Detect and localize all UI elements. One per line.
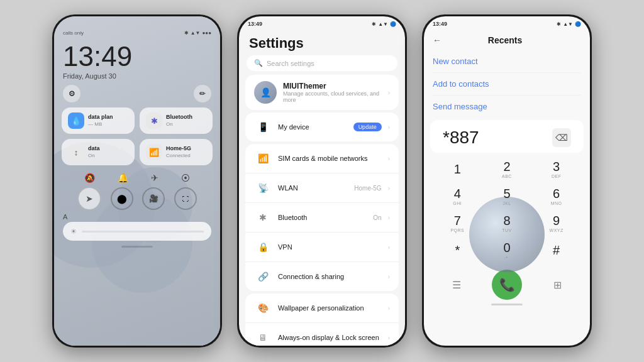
settings-title: Settings <box>239 29 405 55</box>
wallpaper-icon: 🎨 <box>254 299 272 317</box>
tile-wifi[interactable]: 📶 Home-5G Connected <box>140 139 213 165</box>
profile-item[interactable]: 👤 MIUIThemer Manage accounts, cloud serv… <box>245 75 399 110</box>
key-4[interactable]: 4 GHI <box>433 182 482 209</box>
network-card: 📶 SIM cards & mobile networks › 📡 WLAN H… <box>245 144 399 291</box>
edit-icon[interactable]: ✏ <box>194 85 211 102</box>
tile-wifi-sub: Connected <box>166 153 191 159</box>
bluetooth-icon: ✱ <box>254 209 272 226</box>
wallpaper-label: Wallpaper & personalization <box>278 304 382 312</box>
wlan-right: Home-5G <box>354 185 381 192</box>
search-placeholder: Search settings <box>267 60 314 67</box>
key-2[interactable]: 2 ABC <box>482 155 532 182</box>
key-star-main: * <box>455 243 460 258</box>
my-device-card: 📱 My device Update › <box>245 112 399 141</box>
settings-status-icons: ✱ ▲▼ 🔵 <box>372 21 396 27</box>
expand-button[interactable]: ⛶ <box>174 187 197 210</box>
vpn-chevron: › <box>388 244 390 251</box>
settings-search-bar[interactable]: 🔍 Search settings <box>247 55 397 71</box>
dialer-signal-icon: ▲▼ <box>563 21 573 27</box>
avatar: 👤 <box>254 81 277 104</box>
back-button[interactable]: ← <box>433 35 441 45</box>
battery-icon: 🔵 <box>390 21 396 27</box>
key-1[interactable]: 1 <box>433 155 482 182</box>
bt-label: Bluetooth <box>278 214 367 221</box>
camera-button[interactable]: ⬤ <box>111 187 133 210</box>
settings-item-always-on[interactable]: 🖥 Always-on display & Lock screen › <box>245 323 399 346</box>
key-6-main: 6 <box>553 186 560 201</box>
settings-item-sim[interactable]: 📶 SIM cards & mobile networks › <box>245 144 399 173</box>
dialer-home-indicator <box>491 304 523 305</box>
video-button[interactable]: 🎥 <box>142 187 165 210</box>
wlan-chevron: › <box>388 185 390 192</box>
tile-wifi-label: Home-5G <box>166 145 191 153</box>
device-label: My device <box>278 123 347 131</box>
bell-icon: 🔔 <box>118 173 128 183</box>
sim-chevron: › <box>388 155 390 162</box>
focus-icon: ⦿ <box>181 173 190 183</box>
key-3-main: 3 <box>553 159 560 174</box>
connection-icon: 🔗 <box>254 268 272 285</box>
dialer-status-icons: ✱ ▲▼ 🔵 <box>557 21 581 27</box>
bt-status-icon: ✱ <box>372 21 376 27</box>
tile-bluetooth[interactable]: ✱ Bluetooth On <box>140 107 213 134</box>
update-badge: Update <box>353 123 382 131</box>
settings-item-wallpaper[interactable]: 🎨 Wallpaper & personalization › <box>245 293 399 323</box>
key-8[interactable]: 8 TUV <box>482 209 532 236</box>
key-0[interactable]: 0 + <box>482 236 532 263</box>
personalization-card: 🎨 Wallpaper & personalization › 🖥 Always… <box>245 293 399 346</box>
settings-item-bluetooth[interactable]: ✱ Bluetooth On › <box>245 203 399 233</box>
tile-mobile[interactable]: ↕ data On <box>62 139 135 165</box>
key-5[interactable]: 5 JKL <box>482 182 532 209</box>
settings-status-time: 13:49 <box>248 21 262 27</box>
key-hash[interactable]: # <box>531 236 581 263</box>
lock-date: Friday, August 30 <box>54 72 220 85</box>
backspace-button[interactable]: ⌫ <box>552 128 571 147</box>
recents-send-message[interactable]: Send message <box>433 96 581 118</box>
device-chevron: › <box>388 124 390 131</box>
vpn-label: VPN <box>278 243 382 251</box>
settings-item-wlan[interactable]: 📡 WLAN Home-5G › <box>245 173 399 203</box>
brightness-track[interactable] <box>82 231 204 233</box>
tile-wifi-icon: 📶 <box>146 144 162 160</box>
key-9[interactable]: 9 WXYZ <box>531 209 581 236</box>
key-4-sub: GHI <box>453 201 462 206</box>
phone-1: calls only ✱▲▼●●● 13:49 Friday, August 3… <box>52 14 222 348</box>
dnd-icon: 🔕 <box>84 173 95 183</box>
tile-data[interactable]: 💧 data plan — MB <box>62 107 135 134</box>
key-star[interactable]: * <box>433 236 482 263</box>
key-7-main: 7 <box>454 213 461 228</box>
device-icon: 📱 <box>254 118 272 136</box>
menu-icon[interactable]: ☰ <box>452 279 461 291</box>
vpn-icon: 🔒 <box>254 238 272 256</box>
key-9-sub: WXYZ <box>550 228 564 233</box>
tile-data-sub: — MB <box>88 121 113 128</box>
sim-label: SIM cards & mobile networks <box>278 155 382 162</box>
always-on-label: Always-on display & Lock screen <box>278 334 382 341</box>
dialpad-icon[interactable]: ⊞ <box>553 279 562 291</box>
key-6[interactable]: 6 MNO <box>531 182 581 209</box>
key-9-main: 9 <box>553 213 560 228</box>
settings-icon[interactable]: ⚙ <box>63 85 80 102</box>
key-4-main: 4 <box>454 186 461 201</box>
key-6-sub: MNO <box>551 201 562 206</box>
settings-item-device[interactable]: 📱 My device Update › <box>245 112 399 141</box>
key-7[interactable]: 7 PQRS <box>433 209 482 236</box>
key-2-main: 2 <box>503 159 510 174</box>
bt-right: On <box>373 214 381 221</box>
dialer-status-time: 13:49 <box>433 21 447 27</box>
dialer-number: *887 <box>443 128 479 148</box>
settings-status-bar: 13:49 ✱ ▲▼ 🔵 <box>239 16 405 29</box>
key-5-main: 5 <box>503 186 510 201</box>
call-button[interactable]: 📞 <box>492 270 522 300</box>
recents-add-contact[interactable]: Add to contacts <box>433 73 581 96</box>
always-on-chevron: › <box>388 334 390 341</box>
key-3[interactable]: 3 DEF <box>531 155 581 182</box>
settings-item-vpn[interactable]: 🔒 VPN › <box>245 233 399 262</box>
key-hash-main: # <box>553 243 560 258</box>
location-button[interactable]: ➤ <box>77 187 101 211</box>
settings-item-connection[interactable]: 🔗 Connection & sharing › <box>245 262 399 291</box>
recents-title: Recents <box>447 35 564 45</box>
brightness-control[interactable]: ☀ <box>54 222 220 241</box>
phone-3: 13:49 ✱ ▲▼ 🔵 ← Recents New contact Add t… <box>422 14 592 348</box>
recents-new-contact[interactable]: New contact <box>433 50 581 73</box>
